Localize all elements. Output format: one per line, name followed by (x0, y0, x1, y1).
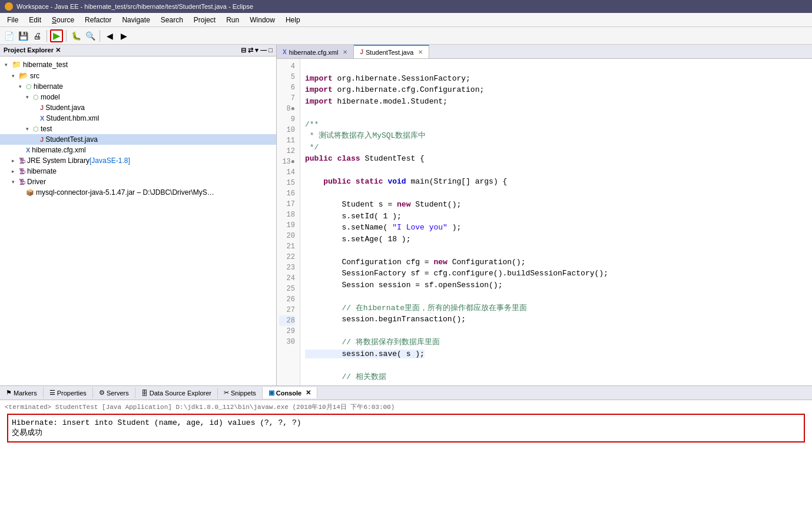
tri-src (12, 73, 18, 79)
java-icon-student: J (40, 104, 44, 111)
main-area: Project Explorer ✕ ⊟ ⇄ ▾ — □ 📁 hibernate… (0, 45, 812, 509)
ln-22: 22 (279, 252, 295, 262)
tree-item-student-java[interactable]: J Student.java (0, 102, 276, 113)
menu-refactor[interactable]: Refactor (80, 15, 116, 25)
tab-properties[interactable]: ☰ Properties (44, 387, 93, 398)
ln-7: 7 (279, 93, 295, 104)
tree-item-test-pkg[interactable]: ⬡ test (0, 124, 276, 134)
close-console-tab[interactable]: ✕ (306, 389, 311, 397)
menu-help[interactable]: Help (281, 15, 305, 25)
code-text[interactable]: import org.hibernate.SessionFactory; imp… (300, 59, 812, 385)
collapse-icon[interactable]: ⊟ (241, 46, 246, 54)
tab-hibernate-cfg-xml[interactable]: X hibernate.cfg.xml ✕ (277, 45, 354, 58)
ln-28: 28 (279, 315, 295, 326)
label-jre: JRE System Library (27, 157, 90, 165)
tree-item-hibernate-lib[interactable]: 🗜 hibernate (0, 166, 276, 177)
tree-item-hibernate-test[interactable]: 📁 hibernate_test (0, 59, 276, 70)
menu-run[interactable]: Run (221, 15, 244, 25)
tab-label-datasource: Data Source Explorer (150, 390, 211, 397)
tree-item-hibernate-pkg[interactable]: ⬡ hibernate (0, 81, 276, 92)
toolbar: 📄 💾 🖨 ▶ 🐛 🔍 ◀ ▶ (0, 27, 812, 45)
project-explorer-header: Project Explorer ✕ ⊟ ⇄ ▾ — □ (0, 45, 276, 56)
tab-label-studenttest: StudentTest.java (366, 49, 413, 56)
separator-1 (47, 30, 47, 42)
search-button[interactable]: 🔍 (84, 29, 97, 42)
pkg-icon-test: ⬡ (33, 125, 39, 133)
menu-window[interactable]: Window (245, 15, 280, 25)
project-explorer: Project Explorer ✕ ⊟ ⇄ ▾ — □ 📁 hibernate… (0, 45, 277, 385)
menu-edit[interactable]: Edit (24, 15, 46, 25)
menu-project[interactable]: Project (189, 15, 220, 25)
tab-label-markers: Markers (14, 390, 37, 397)
label-model-pkg: model (41, 93, 60, 101)
next-button[interactable]: ▶ (117, 29, 130, 42)
console-output-area: <terminated> StudentTest [Java Applicati… (0, 400, 812, 509)
ln-27: 27 (279, 305, 295, 315)
label-student-java: Student.java (45, 104, 85, 112)
menu-source[interactable]: Source (47, 15, 79, 25)
tree-item-hibernate-cfg-xml[interactable]: X hibernate.cfg.xml (0, 145, 276, 155)
console-line-2: 交易成功 (12, 427, 800, 438)
tree-item-student-hbm[interactable]: X Student.hbm.xml (0, 113, 276, 124)
line-numbers: 4 5 6 7 8● 9 10 11 12 13● 14 15 16 17 18… (277, 59, 300, 385)
tab-studenttest-java[interactable]: J StudentTest.java ✕ (354, 45, 429, 58)
tab-snippets[interactable]: ✂ Snippets (218, 387, 263, 398)
project-explorer-title: Project Explorer ✕ (4, 46, 61, 54)
separator-2 (66, 30, 67, 42)
label-hibernate-cfg-xml: hibernate.cfg.xml (32, 146, 85, 154)
maximize-icon[interactable]: □ (269, 46, 273, 54)
tri-hibernate-pkg (19, 84, 25, 89)
tab-servers[interactable]: ⚙ Servers (93, 387, 135, 398)
tab-markers[interactable]: ⚑ Markers (0, 387, 44, 398)
run-button[interactable]: ▶ (50, 29, 63, 42)
label-test-pkg: test (41, 125, 52, 133)
code-editor[interactable]: 4 5 6 7 8● 9 10 11 12 13● 14 15 16 17 18… (277, 59, 812, 385)
new-button[interactable]: 📄 (2, 29, 15, 42)
datasource-icon: 🗄 (141, 390, 148, 397)
print-button[interactable]: 🖨 (31, 29, 44, 42)
tree-item-driver[interactable]: 🗜 Driver (0, 177, 276, 187)
pkg-icon-model: ⬡ (33, 94, 39, 101)
ln-11: 11 (279, 135, 295, 146)
tab-datasource[interactable]: 🗄 Data Source Explorer (135, 388, 218, 398)
tree-item-studenttest-java[interactable]: J StudentTest.java (0, 134, 276, 145)
menu-navigate[interactable]: Navigate (117, 15, 154, 25)
debug-button[interactable]: 🐛 (69, 29, 82, 42)
prev-button[interactable]: ◀ (103, 29, 116, 42)
content-area: Project Explorer ✕ ⊟ ⇄ ▾ — □ 📁 hibernate… (0, 45, 812, 385)
ln-4: 4 (279, 61, 295, 72)
menu-icon[interactable]: ▾ (255, 46, 258, 54)
ln-25: 25 (279, 284, 295, 294)
tree-item-mysql-jar[interactable]: 📦 mysql-connector-java-5.1.47.jar – D:\J… (0, 187, 276, 198)
menu-search[interactable]: Search (156, 15, 188, 25)
menu-file[interactable]: File (2, 15, 23, 25)
tree-item-jre[interactable]: 🗜 JRE System Library [JavaSE-1.8] (0, 155, 276, 166)
console-line-1: Hibernate: insert into Student (name, ag… (12, 418, 800, 427)
ln-14: 14 (279, 167, 295, 178)
sync-icon[interactable]: ⇄ (248, 46, 253, 54)
tree-item-src[interactable]: 📂 src (0, 70, 276, 81)
close-tab-hibernate-cfg[interactable]: ✕ (343, 49, 347, 55)
tab-label-properties: Properties (57, 390, 87, 397)
tri-test-pkg (26, 126, 32, 132)
explorer-header-icons: ⊟ ⇄ ▾ — □ (241, 46, 273, 54)
console-output-box: Hibernate: insert into Student (name, ag… (7, 414, 805, 443)
editor-area: X hibernate.cfg.xml ✕ J StudentTest.java… (277, 45, 812, 385)
menu-bar: File Edit Source Refactor Navigate Searc… (0, 13, 812, 27)
save-button[interactable]: 💾 (16, 29, 29, 42)
close-tab-studenttest[interactable]: ✕ (418, 49, 423, 55)
ln-9: 9 (279, 114, 295, 125)
console-terminated-text: <terminated> StudentTest [Java Applicati… (5, 402, 807, 411)
properties-icon: ☰ (49, 389, 55, 397)
label-studenttest-java: StudentTest.java (45, 135, 98, 144)
ln-19: 19 (279, 220, 295, 231)
title-bar: Workspace - Java EE - hibernate_test/src… (0, 0, 812, 13)
bottom-panel: ⚑ Markers ☰ Properties ⚙ Servers 🗄 Data … (0, 385, 812, 509)
ln-18: 18 (279, 209, 295, 220)
tree-item-model-pkg[interactable]: ⬡ model (0, 92, 276, 102)
tri-hibernate-test (5, 62, 11, 68)
tri-jre (12, 158, 18, 164)
minimize-icon[interactable]: — (260, 46, 267, 54)
console-icon: ▣ (269, 389, 274, 397)
tab-console[interactable]: ▣ Console ✕ (263, 387, 317, 398)
